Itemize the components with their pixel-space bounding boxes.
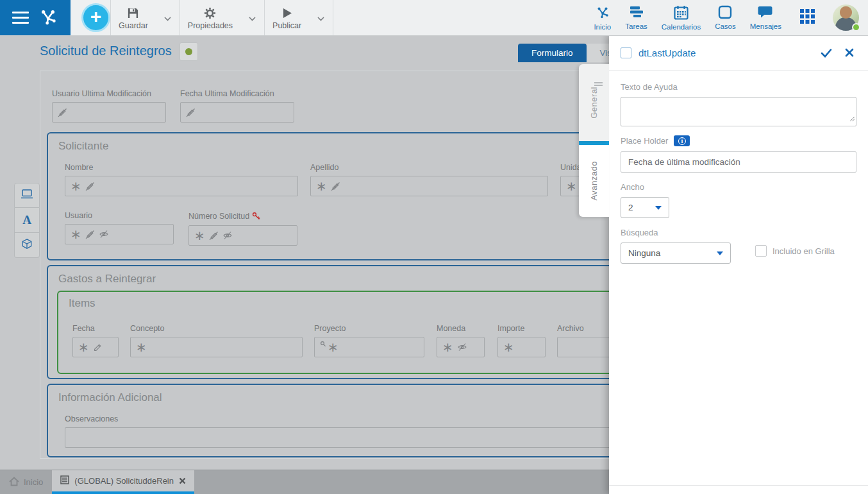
- search-select[interactable]: Ninguna: [621, 243, 731, 264]
- field-numero-solicitud: Número Solicitud ∗: [188, 211, 297, 246]
- text-tool-button[interactable]: A: [14, 208, 40, 233]
- apps-grid-icon: [799, 8, 815, 27]
- required-icon: ∗: [503, 344, 514, 350]
- field-input-proyecto[interactable]: ∗: [314, 337, 424, 357]
- field-fecha-ultima-modificacion: Fecha Ultima Modificación: [180, 89, 294, 123]
- caret-down-icon: [717, 251, 723, 255]
- save-button[interactable]: Guardar: [111, 4, 156, 31]
- app-logo-icon[interactable]: [38, 6, 58, 30]
- field-input-concepto[interactable]: ∗: [130, 337, 303, 357]
- field-usuario-ultima-modificacion: Usuario Ultima Modificación: [52, 89, 166, 123]
- solicitante-row-2: Usuario ∗ Número Solicitud ∗: [65, 211, 297, 246]
- form-document-icon: [60, 475, 69, 486]
- text-tool-icon: A: [22, 213, 31, 227]
- tasks-icon: [629, 5, 644, 21]
- publish-dropdown-chevron[interactable]: [309, 12, 333, 24]
- help-text-input[interactable]: [621, 97, 856, 126]
- width-label: Ancho: [621, 182, 856, 192]
- chevron-down-icon: [249, 12, 256, 24]
- top-navigation: Inicio Tareas: [587, 0, 868, 35]
- readonly-pencil-slash-icon: [58, 108, 67, 117]
- width-select[interactable]: 2: [621, 197, 669, 218]
- required-icon: ∗: [316, 183, 327, 189]
- readonly-pencil-slash-icon: [209, 231, 219, 241]
- chevron-down-icon: [164, 12, 171, 24]
- required-icon: ∗: [194, 232, 205, 239]
- properties-label: Propiedades: [188, 21, 233, 30]
- nav-item-casos[interactable]: Casos: [708, 5, 743, 30]
- field-input-usuario[interactable]: ∗: [65, 224, 174, 244]
- field-proyecto: Proyecto ∗: [314, 324, 424, 357]
- required-icon: ∗: [328, 344, 338, 350]
- field-select-checkbox[interactable]: [621, 47, 631, 58]
- grip-icon: [594, 82, 603, 86]
- nav-label: Mensajes: [750, 22, 781, 30]
- bottom-tab-inicio[interactable]: Inicio: [0, 470, 52, 494]
- lookup-magnifier-icon: [320, 341, 326, 347]
- field-usuario: Usuario ∗: [65, 211, 174, 246]
- screen-tool-button[interactable]: [14, 183, 40, 208]
- nav-item-calendarios[interactable]: Calendarios: [655, 5, 708, 31]
- panel-tab-avanzado[interactable]: Avanzado: [579, 145, 609, 217]
- close-panel-icon[interactable]: [845, 48, 854, 57]
- nav-item-mensajes[interactable]: Mensajes: [743, 5, 789, 30]
- field-input-moneda[interactable]: ∗: [437, 337, 485, 357]
- top-bar: + Guardar: [0, 0, 868, 35]
- gear-icon: [204, 7, 216, 19]
- field-input-fecha[interactable]: ∗: [72, 337, 119, 357]
- field-input-apellido[interactable]: ∗: [310, 176, 548, 196]
- properties-button[interactable]: Propiedades: [180, 4, 240, 31]
- panel-tab-label: Avanzado: [589, 161, 599, 201]
- confirm-check-icon[interactable]: [821, 48, 832, 58]
- panel-header: dtLastUpdate: [609, 35, 868, 71]
- required-icon: ∗: [136, 344, 147, 350]
- save-dropdown-chevron[interactable]: [156, 12, 179, 24]
- field-input-importe[interactable]: ∗: [497, 337, 546, 357]
- close-tab-icon[interactable]: [179, 477, 186, 484]
- object-tool-button[interactable]: [14, 233, 40, 258]
- field-apellido: Apellido ∗: [310, 163, 548, 196]
- search-label: Búsqueda: [621, 228, 856, 237]
- field-nombre: Nombre ∗: [65, 163, 298, 196]
- save-label: Guardar: [119, 21, 148, 30]
- chevron-down-icon: [317, 12, 324, 24]
- status-green-dot-icon: [185, 48, 192, 55]
- readonly-pencil-slash-icon: [85, 182, 95, 191]
- publish-button[interactable]: Publicar: [265, 4, 309, 31]
- field-label: Fecha Ultima Modificación: [180, 89, 294, 98]
- field-input-fecha-ultima-modificacion[interactable]: [180, 102, 294, 123]
- nav-item-tareas[interactable]: Tareas: [618, 5, 655, 30]
- hamburger-menu-icon[interactable]: [12, 12, 29, 24]
- info-icon[interactable]: i: [674, 135, 690, 146]
- publish-label: Publicar: [272, 21, 301, 30]
- apps-grid-button[interactable]: [789, 8, 826, 27]
- tab-formulario[interactable]: Formulario: [518, 44, 587, 62]
- placeholder-input[interactable]: [621, 151, 856, 173]
- bottom-tab-label: Inicio: [24, 477, 43, 487]
- readonly-pencil-slash-icon: [331, 182, 340, 191]
- add-new-button[interactable]: +: [81, 3, 110, 32]
- field-input-usuario-ultima-modificacion[interactable]: [52, 102, 166, 123]
- required-icon: ∗: [71, 231, 81, 237]
- include-in-grid-checkbox[interactable]: [755, 245, 767, 257]
- field-label: Apellido: [310, 163, 548, 172]
- nav-label: Casos: [715, 22, 736, 30]
- user-avatar[interactable]: [833, 4, 859, 31]
- top-fields-row: Usuario Ultima Modificación Fecha Ultima…: [52, 89, 294, 123]
- toolbar-group-properties: Propiedades: [179, 0, 264, 35]
- field-label: Importe: [497, 324, 546, 333]
- properties-dropdown-chevron[interactable]: [240, 12, 264, 24]
- field-input-nombre[interactable]: ∗: [65, 176, 298, 196]
- home-icon: [9, 477, 19, 488]
- required-icon: ∗: [442, 344, 453, 350]
- caret-down-icon: [655, 206, 662, 210]
- save-icon: [127, 7, 139, 19]
- search-select-value: Ninguna: [628, 248, 660, 258]
- field-fecha: Fecha ∗: [72, 324, 119, 357]
- nav-item-inicio[interactable]: Inicio: [587, 4, 618, 31]
- panel-tab-general[interactable]: General: [579, 64, 609, 141]
- bottom-tab-solicituddereim[interactable]: (GLOBAL) SolicituddeRein: [52, 470, 194, 494]
- status-button[interactable]: [179, 42, 198, 61]
- include-in-grid-option: Incluido en Grilla: [755, 245, 835, 257]
- field-input-numero-solicitud[interactable]: ∗: [188, 225, 297, 246]
